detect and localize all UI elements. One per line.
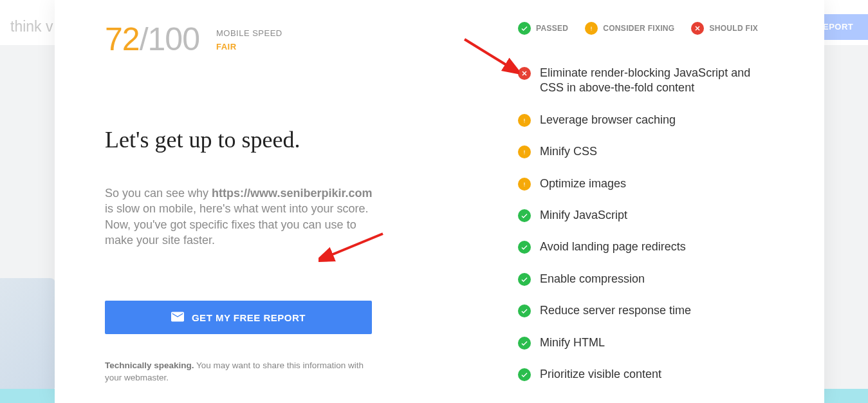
score-label: MOBILE SPEED: [216, 28, 282, 38]
rule-item[interactable]: Optimize images: [518, 176, 799, 191]
rule-item[interactable]: Leverage browser caching: [518, 113, 799, 127]
report-card: 72/100 MOBILE SPEED FAIR Let's get up to…: [55, 0, 824, 403]
check-icon: [518, 209, 531, 222]
score-meta: MOBILE SPEED FAIR: [216, 23, 282, 52]
background-report-button[interactable]: EPORT: [817, 14, 868, 40]
rules-list: Eliminate render-blocking JavaScript and…: [518, 66, 799, 382]
check-icon: [518, 305, 531, 317]
check-icon: [518, 241, 531, 254]
rule-item[interactable]: Eliminate render-blocking JavaScript and…: [518, 66, 799, 96]
mail-icon: [171, 312, 184, 324]
rule-text: Enable compression: [540, 272, 645, 286]
rule-item[interactable]: Avoid landing page redirects: [518, 239, 799, 254]
warning-icon: [518, 114, 531, 127]
left-column: 72/100 MOBILE SPEED FAIR Let's get up to…: [55, 0, 441, 403]
error-icon: [518, 67, 531, 80]
rule-item[interactable]: Prioritize visible content: [518, 367, 799, 382]
right-column: PASSED CONSIDER FIXING SHOULD FIX Elimin…: [441, 0, 824, 403]
rule-text: Prioritize visible content: [540, 367, 661, 382]
rule-text: Leverage browser caching: [540, 113, 676, 127]
error-icon: [691, 22, 704, 35]
legend-fix-label: SHOULD FIX: [709, 24, 758, 33]
rule-item[interactable]: Enable compression: [518, 272, 799, 286]
get-report-button[interactable]: GET MY FREE REPORT: [105, 301, 372, 334]
warning-icon: [518, 178, 531, 191]
headline: Let's get up to speed.: [105, 126, 391, 153]
legend: PASSED CONSIDER FIXING SHOULD FIX: [518, 22, 799, 35]
background-brand-text: think v: [10, 18, 53, 35]
technical-bold: Technically speaking.: [105, 361, 194, 370]
rule-text: Minify HTML: [540, 335, 605, 350]
rule-item[interactable]: Minify CSS: [518, 144, 799, 159]
warning-icon: [585, 22, 598, 35]
description-prefix: So you can see why: [105, 187, 212, 200]
legend-passed-label: PASSED: [536, 24, 568, 33]
score-value: 72: [105, 21, 140, 57]
warning-icon: [518, 145, 531, 158]
legend-consider: CONSIDER FIXING: [585, 22, 674, 35]
technical-note: Technically speaking. You may want to sh…: [105, 360, 375, 384]
rule-text: Reduce server response time: [540, 303, 691, 318]
legend-passed: PASSED: [518, 22, 568, 35]
check-icon: [518, 22, 531, 35]
legend-fix: SHOULD FIX: [691, 22, 758, 35]
score: 72/100: [105, 23, 199, 55]
rule-text: Avoid landing page redirects: [540, 239, 686, 254]
legend-consider-label: CONSIDER FIXING: [603, 24, 674, 33]
check-icon: [518, 337, 531, 350]
description-url: https://www.seniberpikir.com: [212, 187, 372, 200]
rule-text: Eliminate render-blocking JavaScript and…: [540, 66, 765, 96]
background-image-fragment: [0, 278, 55, 391]
score-max: /100: [140, 21, 199, 57]
rule-item[interactable]: Reduce server response time: [518, 303, 799, 318]
rule-text: Minify JavaScript: [540, 208, 627, 223]
score-rating: FAIR: [216, 42, 282, 52]
check-icon: [518, 368, 531, 381]
score-row: 72/100 MOBILE SPEED FAIR: [105, 23, 391, 55]
rule-text: Minify CSS: [540, 144, 597, 159]
description-suffix: is slow on mobile, here's what went into…: [105, 202, 369, 247]
rule-text: Optimize images: [540, 176, 626, 191]
check-icon: [518, 273, 531, 286]
rule-item[interactable]: Minify HTML: [518, 335, 799, 350]
rule-item[interactable]: Minify JavaScript: [518, 208, 799, 223]
description: So you can see why https://www.seniberpi…: [105, 185, 375, 248]
get-report-label: GET MY FREE REPORT: [192, 312, 306, 323]
